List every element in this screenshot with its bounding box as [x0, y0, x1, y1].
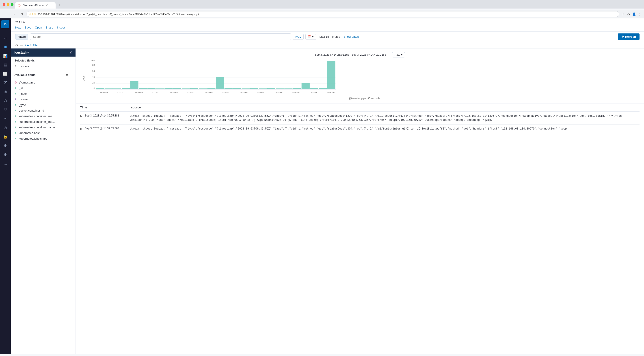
nav-dashboard-icon[interactable]: ▤: [1, 61, 10, 69]
tab-title: Discover - Kibana: [22, 4, 44, 7]
bookmark-icon[interactable]: ☆: [621, 12, 625, 16]
security-indicator: 不安全: [29, 12, 36, 16]
bar-1[interactable]: [105, 88, 113, 89]
bar-6[interactable]: [148, 88, 156, 89]
refresh-button[interactable]: ↻ Refresh: [618, 34, 640, 40]
bar-3[interactable]: [122, 88, 130, 89]
minimize-button[interactable]: [7, 3, 10, 6]
bar-9[interactable]: [173, 88, 181, 89]
chart-auto-select[interactable]: Auto ▾: [392, 52, 405, 58]
profile-icon[interactable]: 👤: [632, 12, 636, 16]
available-field-item[interactable]: tkubernetes.container_name: [11, 125, 76, 130]
active-tab[interactable]: ⬡ Discover - Kibana ✕: [15, 2, 56, 9]
kql-button[interactable]: KQL: [293, 34, 304, 40]
close-button[interactable]: [3, 3, 6, 6]
svg-text:14:27:00: 14:27:00: [117, 92, 125, 94]
nav-settings-icon[interactable]: ⚙: [1, 150, 10, 158]
bar-21[interactable]: [276, 88, 284, 89]
app-logo[interactable]: D: [1, 20, 10, 28]
bar-17[interactable]: [242, 88, 250, 89]
back-button[interactable]: ←: [3, 12, 9, 17]
available-field-item[interactable]: @@timestamp: [11, 80, 76, 85]
table-row[interactable]: ▶ Sep 3, 2023 @ 14:39:55.881 stream: std…: [80, 112, 640, 125]
inspect-button[interactable]: Inspect: [57, 26, 66, 29]
bar-10[interactable]: [182, 88, 190, 89]
nav-apm-icon[interactable]: ◷: [1, 123, 10, 131]
bar-5[interactable]: [139, 88, 147, 90]
bar-24[interactable]: [302, 83, 310, 89]
settings-gear-icon[interactable]: ⚙: [15, 43, 18, 47]
nav-discover-icon[interactable]: ⊞: [1, 43, 10, 51]
nav-graph-icon[interactable]: ⬡: [1, 97, 10, 105]
new-button[interactable]: New: [15, 26, 21, 29]
bar-19[interactable]: [259, 88, 267, 89]
nav-ml-icon[interactable]: ◎: [1, 88, 10, 96]
bar-18[interactable]: [250, 88, 258, 90]
nav-maps-icon[interactable]: 🗺: [1, 79, 10, 87]
save-button[interactable]: Save: [25, 26, 31, 29]
bar-15[interactable]: [224, 88, 232, 89]
available-field-item[interactable]: tkubernetes.labels.app: [11, 136, 76, 141]
available-field-item[interactable]: #_score: [11, 97, 76, 102]
share-button[interactable]: Share: [46, 26, 53, 29]
available-field-item[interactable]: t_type: [11, 102, 76, 108]
menu-icon[interactable]: ⋮: [637, 12, 641, 16]
bar-11[interactable]: [190, 88, 198, 89]
row-expand-icon[interactable]: ▶: [80, 114, 85, 118]
url-bar[interactable]: 不安全 192.168.60.104:30570/app/kibana#/dis…: [26, 11, 619, 17]
available-field-item[interactable]: tkubernetes.container_ima...: [11, 113, 76, 119]
available-field-item[interactable]: t_id: [11, 85, 76, 91]
chart-container: Sep 3, 2023 @ 14:25:01.158 - Sep 3, 2023…: [76, 49, 644, 103]
bar-8[interactable]: [164, 88, 172, 89]
new-tab-button[interactable]: +: [56, 2, 62, 9]
svg-text:20: 20: [92, 81, 95, 84]
nav-dev-tools-icon[interactable]: ⚙: [1, 141, 10, 149]
nav-monitoring-icon[interactable]: ♡: [1, 105, 10, 114]
time-column-header: Time: [80, 106, 130, 109]
bar-12[interactable]: [199, 88, 207, 89]
bar-13[interactable]: [207, 88, 215, 90]
bar-16[interactable]: [233, 88, 241, 89]
available-field-item[interactable]: t_index: [11, 91, 76, 97]
bar-20[interactable]: [267, 88, 276, 89]
reload-button[interactable]: ↻: [19, 12, 24, 17]
nav-more-icon[interactable]: …: [1, 159, 10, 167]
collapse-arrow-icon[interactable]: ❮: [70, 51, 72, 54]
nav-canvas-icon[interactable]: ⬜: [1, 70, 10, 78]
bar-4[interactable]: [130, 81, 138, 89]
nav-security-icon[interactable]: 🔒: [1, 132, 10, 140]
add-filter-button[interactable]: + Add filter: [25, 44, 38, 47]
field-type-icon: t: [14, 126, 17, 129]
bar-25[interactable]: [310, 88, 318, 89]
open-button[interactable]: Open: [35, 26, 42, 29]
nav-home-icon[interactable]: ⌂: [1, 34, 10, 42]
calendar-button[interactable]: 📅 ▾: [306, 34, 316, 40]
maximize-button[interactable]: [11, 3, 14, 6]
bar-2[interactable]: [113, 88, 121, 89]
available-field-item[interactable]: tdocker.container_id: [11, 108, 76, 113]
search-input[interactable]: [30, 34, 291, 40]
forward-button[interactable]: →: [11, 12, 17, 17]
nav-logs-icon[interactable]: ≡: [1, 114, 10, 123]
extensions-icon[interactable]: ⚙: [626, 12, 630, 16]
table-row[interactable]: ▶ Sep 3, 2023 @ 14:39:55.863 stream: std…: [80, 125, 640, 133]
refresh-label: Refresh: [625, 35, 636, 38]
bar-14[interactable]: [216, 77, 224, 89]
show-dates-button[interactable]: Show dates: [344, 35, 359, 38]
nav-visualize-icon[interactable]: 📊: [1, 52, 10, 60]
available-fields-gear-icon[interactable]: ⚙: [62, 71, 72, 78]
selected-field-item[interactable]: ?_source: [11, 64, 76, 69]
browser-tabs: ⬡ Discover - Kibana ✕ +: [15, 2, 62, 9]
available-field-item[interactable]: tkubernetes.host: [11, 130, 76, 136]
row-expand-icon[interactable]: ▶: [80, 127, 85, 130]
bar-0[interactable]: [96, 88, 104, 90]
bar-22[interactable]: [284, 88, 292, 89]
tab-close-button[interactable]: ✕: [46, 4, 48, 7]
bar-27[interactable]: [327, 61, 335, 89]
bar-7[interactable]: [156, 88, 164, 89]
bar-26[interactable]: [319, 88, 327, 89]
available-field-item[interactable]: tkubernetes.container_ima...: [11, 119, 76, 125]
table-header: Time _source: [80, 103, 640, 112]
bar-23[interactable]: [293, 88, 301, 89]
filters-badge[interactable]: Filters: [15, 34, 28, 40]
